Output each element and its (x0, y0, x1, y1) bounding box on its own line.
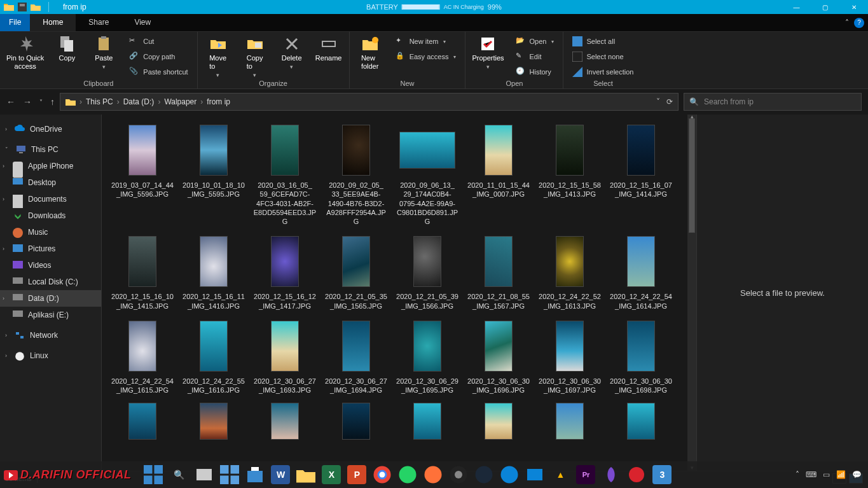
file-item[interactable]: 2020_​12_​30_​06_​29 _​IMG_​1695.JPG (393, 317, 462, 396)
breadcrumb-segment[interactable]: Walpaper (164, 97, 196, 106)
nav-documents[interactable]: ›Documents (0, 191, 101, 207)
file-item[interactable]: 2019_​10_​01_​18_​10 _​IMG_​5595.JPG (179, 121, 248, 227)
app-icon[interactable] (602, 465, 621, 484)
start-button[interactable] (144, 465, 163, 484)
tray-keyboard-icon[interactable]: ⌨ (806, 470, 816, 479)
tab-file[interactable]: File (0, 14, 30, 31)
file-item[interactable]: 2020_​12_​21_​05_​35 _​IMG_​1565.JPG (322, 232, 390, 312)
file-item[interactable] (393, 401, 462, 443)
file-item[interactable]: 2020_​12_​24_​22_​55 _​IMG_​1616.JPG (179, 317, 248, 396)
widgets-button[interactable] (220, 465, 239, 484)
nav-data-d[interactable]: ›Data (D:) (0, 290, 101, 307)
file-item[interactable]: 2019_​03_​07_​14_​44 _​IMG_​5596.JPG (108, 121, 177, 227)
select-none-button[interactable]: Select none (570, 50, 636, 63)
delete-button[interactable]: Delete▾ (278, 35, 306, 71)
tray-battery-icon[interactable]: ▭ (823, 470, 830, 479)
copy-path-button[interactable]: 🔗Copy path (127, 50, 190, 63)
search-button[interactable]: 🔍 (169, 465, 188, 484)
nav-pictures[interactable]: ›Pictures (0, 241, 101, 257)
invert-selection-button[interactable]: Invert selection (570, 66, 636, 78)
file-explorer-icon[interactable] (296, 465, 315, 484)
quick-access-save-icon[interactable] (18, 3, 27, 11)
breadcrumb-segment[interactable]: from ip (207, 97, 230, 106)
file-item[interactable]: 2020_​12_​15_​16_​07 _​IMG_​1414.JPG (607, 121, 675, 227)
file-item[interactable]: 2020_​12_​15_​15_​58 _​IMG_​1413.JPG (535, 121, 604, 227)
recent-locations-button[interactable]: ˅ (39, 99, 43, 106)
screenshot-icon[interactable] (525, 465, 544, 484)
file-item[interactable]: 2020_​12_​15_​16_​12 _​IMG_​1417.JPG (251, 232, 319, 312)
maximize-button[interactable]: ▢ (811, 0, 839, 14)
word-icon[interactable]: W (271, 465, 290, 484)
file-item[interactable] (251, 401, 319, 443)
address-dropdown-button[interactable]: ˅ (656, 97, 660, 106)
nav-this-pc[interactable]: ˅This PC (0, 141, 101, 158)
file-item[interactable]: 2020_​09_​02_​05_​33_​5EE9AE4B-1490-4B76… (322, 121, 390, 227)
file-item[interactable] (108, 401, 177, 443)
file-item[interactable]: 2020_​09_​06_​13_​29_​174AC0B4-0795-4A2E… (393, 121, 462, 227)
breadcrumb-segment[interactable]: This PC (86, 97, 113, 106)
nav-aplikasi-e[interactable]: Aplikasi (E:) (0, 307, 101, 323)
cut-button[interactable]: ✂Cut (127, 35, 190, 48)
excel-icon[interactable]: X (322, 465, 341, 484)
store-icon[interactable] (245, 465, 265, 484)
scrollbar-thumb[interactable] (689, 118, 695, 233)
tab-home[interactable]: Home (30, 14, 76, 31)
new-item-button[interactable]: ✦New item▾ (393, 35, 459, 48)
file-item[interactable]: 2020_​12_​30_​06_​30 _​IMG_​1697.JPG (535, 317, 604, 396)
edge-icon[interactable] (500, 465, 519, 484)
open-button[interactable]: 📂Open▾ (513, 35, 557, 48)
task-view-button[interactable] (195, 465, 214, 484)
warning-icon[interactable]: ▲ (551, 465, 570, 484)
paste-button[interactable]: Paste ▾ (90, 35, 118, 71)
rename-button[interactable]: Rename (315, 35, 343, 62)
file-item[interactable] (464, 401, 533, 443)
file-item[interactable]: 2020_​12_​24_​22_​52 _​IMG_​1613.JPG (535, 232, 604, 312)
tray-wifi-icon[interactable]: 📶 (836, 470, 846, 479)
new-folder-button[interactable]: New folder (356, 35, 384, 71)
refresh-button[interactable]: ⟳ (666, 97, 673, 106)
forward-button[interactable]: → (23, 97, 32, 107)
back-button[interactable]: ← (6, 97, 15, 107)
file-list[interactable]: 2019_​03_​07_​14_​44 _​IMG_​5596.JPG2019… (102, 115, 687, 471)
powerpoint-icon[interactable]: P (347, 465, 366, 484)
whatsapp-icon[interactable] (398, 465, 417, 484)
file-item[interactable]: 2020_​11_​01_​15_​44 _​IMG_​0007.JPG (464, 121, 533, 227)
file-item[interactable]: 2020_​12_​15_​16_​10 _​IMG_​1415.JPG (108, 232, 177, 312)
history-button[interactable]: 🕘History (513, 66, 557, 78)
nav-onedrive[interactable]: ›OneDrive (0, 121, 101, 137)
steam-icon[interactable] (474, 465, 493, 484)
tray-chevron-icon[interactable]: ˄ (796, 470, 799, 479)
record-icon[interactable] (627, 465, 646, 484)
file-item[interactable]: 2020_​12_​15_​16_​11 _​IMG_​1416.JPG (179, 232, 248, 312)
file-item[interactable]: 2020_​12_​21_​05_​39 _​IMG_​1566.JPG (393, 232, 462, 312)
search-box[interactable]: 🔍 Search from ip (684, 93, 862, 111)
address-bar[interactable]: › This PC › Data (D:) › Walpaper › from … (60, 93, 679, 111)
file-item[interactable] (322, 401, 390, 443)
file-item[interactable] (179, 401, 248, 443)
paste-shortcut-button[interactable]: 📎Paste shortcut (127, 66, 190, 78)
nav-apple-iphone[interactable]: ›Apple iPhone (0, 158, 101, 174)
system-tray[interactable]: ˄ ⌨ ▭ 📶 💬 (796, 470, 868, 479)
tray-notification-icon[interactable]: 💬 (852, 470, 862, 479)
minimize-button[interactable]: — (782, 0, 811, 14)
move-to-button[interactable]: Move to▾ (204, 35, 232, 79)
firefox-icon[interactable] (424, 465, 443, 484)
file-item[interactable]: 2020_​03_​16_​05_​59_​6CEFAD7C-4FC3-4031… (251, 121, 319, 227)
file-item[interactable]: 2020_​12_​30_​06_​30 _​IMG_​1698.JPG (607, 317, 675, 396)
file-item[interactable] (607, 401, 675, 443)
copy-to-button[interactable]: Copy to▾ (241, 35, 269, 79)
nav-network[interactable]: ›Network (0, 327, 101, 344)
tab-share[interactable]: Share (76, 14, 121, 31)
file-item[interactable] (535, 401, 604, 443)
close-button[interactable]: ✕ (839, 0, 868, 14)
ribbon-collapse-icon[interactable]: ˄ (845, 18, 849, 27)
properties-button[interactable]: Properties▾ (472, 35, 504, 71)
chrome-icon[interactable] (373, 465, 392, 484)
vertical-scrollbar[interactable]: ▴ ▾ (687, 115, 696, 471)
file-item[interactable]: 2020_​12_​30_​06_​27 _​IMG_​1693.JPG (251, 317, 319, 396)
edit-button[interactable]: ✎Edit (513, 50, 557, 63)
easy-access-button[interactable]: 🔒Easy access▾ (393, 50, 459, 63)
app-3-icon[interactable]: 3 (652, 465, 672, 484)
obs-icon[interactable] (449, 465, 468, 484)
folder-open-icon[interactable] (31, 3, 41, 11)
